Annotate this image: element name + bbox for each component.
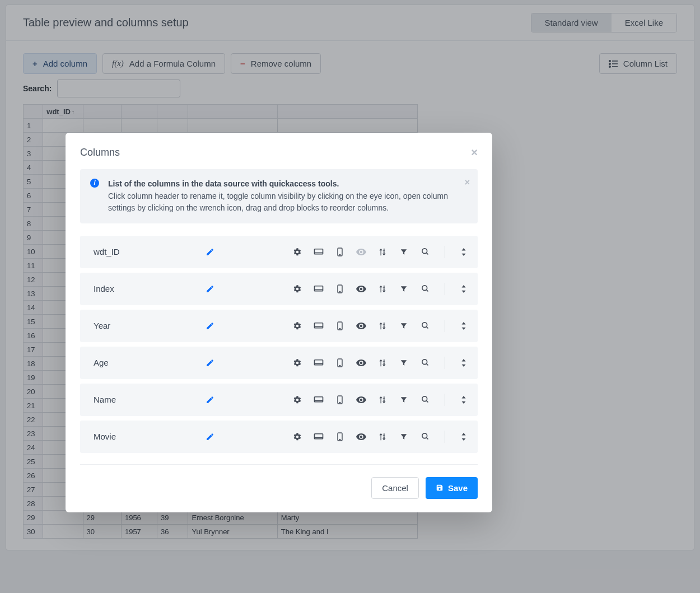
desktop-icon[interactable]	[314, 322, 324, 330]
eye-icon[interactable]	[356, 322, 366, 330]
gear-icon[interactable]	[292, 321, 302, 330]
svg-point-17	[339, 291, 340, 292]
eye-icon[interactable]	[356, 248, 366, 256]
svg-text:A: A	[383, 396, 385, 399]
eye-icon[interactable]	[356, 433, 366, 441]
svg-rect-14	[315, 286, 323, 291]
desktop-icon[interactable]	[314, 433, 324, 441]
svg-point-28	[422, 323, 427, 328]
svg-text:Z: Z	[383, 252, 385, 255]
drag-handle-icon[interactable]	[459, 433, 469, 441]
modal-title: Columns	[80, 147, 120, 158]
column-row[interactable]: AgeAZ	[80, 347, 478, 379]
tool-icons: AZ	[234, 283, 469, 295]
save-button[interactable]: Save	[426, 477, 478, 499]
svg-text:A: A	[383, 433, 385, 436]
filter-icon[interactable]	[399, 433, 409, 441]
column-row[interactable]: wdt_IDAZ	[80, 236, 478, 268]
gear-icon[interactable]	[292, 395, 302, 404]
mobile-icon[interactable]	[335, 321, 345, 330]
svg-point-9	[339, 254, 340, 255]
svg-line-37	[426, 364, 428, 366]
sort-icon[interactable]: AZ	[377, 395, 388, 404]
sort-icon[interactable]: AZ	[377, 432, 388, 441]
svg-line-53	[426, 438, 428, 440]
svg-text:A: A	[383, 322, 385, 325]
column-name: Index	[94, 284, 206, 293]
svg-point-44	[422, 396, 427, 401]
drag-handle-icon[interactable]	[459, 359, 469, 367]
save-label: Save	[448, 483, 468, 493]
desktop-icon[interactable]	[314, 248, 324, 256]
gear-icon[interactable]	[292, 248, 302, 256]
svg-point-36	[422, 359, 427, 365]
mobile-icon[interactable]	[335, 248, 345, 256]
sort-icon[interactable]: AZ	[377, 358, 388, 367]
column-row[interactable]: NameAZ	[80, 384, 478, 416]
cancel-button[interactable]: Cancel	[371, 477, 419, 499]
search-icon[interactable]	[420, 358, 430, 367]
search-icon[interactable]	[420, 321, 430, 330]
drag-handle-icon[interactable]	[459, 322, 469, 330]
eye-icon[interactable]	[356, 396, 366, 404]
tool-icons: AZ	[234, 431, 469, 443]
gear-icon[interactable]	[292, 284, 302, 293]
filter-icon[interactable]	[399, 322, 409, 330]
search-icon[interactable]	[420, 284, 430, 293]
filter-icon[interactable]	[399, 285, 409, 293]
search-icon[interactable]	[420, 248, 430, 256]
save-icon	[436, 484, 444, 492]
column-row[interactable]: MovieAZ	[80, 421, 478, 453]
svg-rect-30	[315, 360, 323, 365]
filter-icon[interactable]	[399, 359, 409, 367]
tool-icons: AZ	[234, 394, 469, 406]
columns-modal: Columns × i × List of the columns in the…	[66, 133, 492, 512]
close-icon[interactable]: ×	[471, 146, 478, 159]
search-icon[interactable]	[420, 432, 430, 441]
rename-icon[interactable]	[206, 248, 234, 256]
rename-icon[interactable]	[206, 321, 234, 330]
drag-handle-icon[interactable]	[459, 248, 469, 256]
info-title: List of the columns in the data source w…	[108, 178, 455, 189]
info-close-icon[interactable]: ×	[465, 176, 470, 189]
divider	[445, 431, 445, 443]
desktop-icon[interactable]	[314, 359, 324, 367]
divider	[445, 320, 445, 332]
mobile-icon[interactable]	[335, 358, 345, 367]
gear-icon[interactable]	[292, 358, 302, 367]
gear-icon[interactable]	[292, 432, 302, 441]
svg-line-21	[426, 290, 428, 292]
eye-icon[interactable]	[356, 285, 366, 293]
sort-icon[interactable]: AZ	[377, 248, 388, 256]
search-icon[interactable]	[420, 395, 430, 404]
tool-icons: AZ	[234, 357, 469, 369]
desktop-icon[interactable]	[314, 285, 324, 293]
mobile-icon[interactable]	[335, 284, 345, 293]
svg-point-52	[422, 433, 427, 438]
rename-icon[interactable]	[206, 358, 234, 367]
info-body: Click column header to rename it, toggle…	[108, 192, 448, 212]
info-box: i × List of the columns in the data sour…	[80, 169, 478, 223]
column-name: Year	[94, 321, 206, 330]
sort-icon[interactable]: AZ	[377, 321, 388, 330]
rename-icon[interactable]	[206, 395, 234, 404]
filter-icon[interactable]	[399, 248, 409, 256]
sort-icon[interactable]: AZ	[377, 284, 388, 293]
drag-handle-icon[interactable]	[459, 396, 469, 404]
rename-icon[interactable]	[206, 284, 234, 293]
mobile-icon[interactable]	[335, 395, 345, 404]
info-icon: i	[90, 179, 99, 188]
svg-point-41	[339, 402, 340, 403]
column-row[interactable]: IndexAZ	[80, 273, 478, 305]
column-name: Movie	[94, 432, 206, 441]
eye-icon[interactable]	[356, 359, 366, 367]
rename-icon[interactable]	[206, 432, 234, 441]
divider	[445, 246, 445, 258]
divider	[445, 283, 445, 295]
column-row[interactable]: YearAZ	[80, 310, 478, 342]
svg-point-20	[422, 286, 427, 291]
desktop-icon[interactable]	[314, 396, 324, 404]
mobile-icon[interactable]	[335, 432, 345, 441]
filter-icon[interactable]	[399, 396, 409, 404]
drag-handle-icon[interactable]	[459, 285, 469, 293]
